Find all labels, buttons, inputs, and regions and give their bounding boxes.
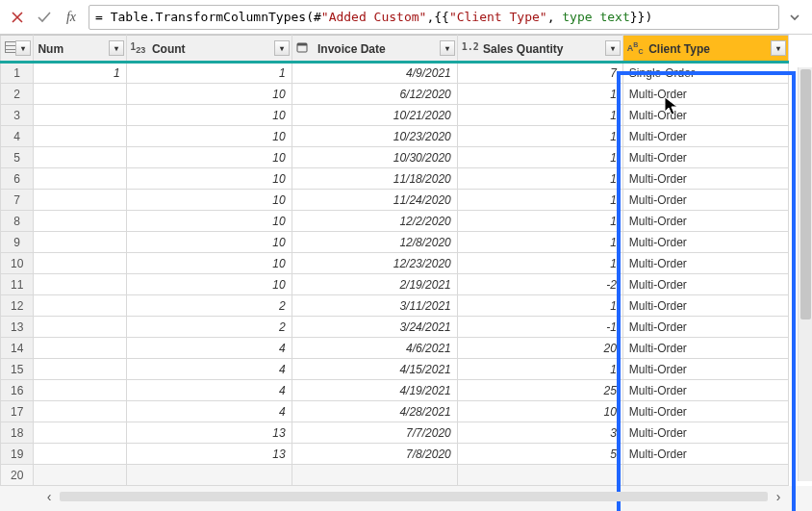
cell-client-type[interactable]: Multi-Order xyxy=(622,232,788,253)
cell-sales-quantity[interactable]: 1 xyxy=(457,190,622,211)
table-row[interactable]: 91012/8/20201Multi-Order xyxy=(1,232,789,253)
table-row[interactable]: 1644/19/202125Multi-Order xyxy=(1,380,789,401)
column-header-client-type[interactable]: ABC Client Type ▾ xyxy=(622,36,788,63)
row-number[interactable]: 4 xyxy=(1,126,34,147)
filter-button-invoice[interactable]: ▾ xyxy=(440,40,455,56)
cell-invoice-date[interactable]: 12/23/2020 xyxy=(292,253,457,274)
cell-num[interactable] xyxy=(34,317,126,338)
cell-num[interactable]: 1 xyxy=(34,63,126,84)
cell-num[interactable] xyxy=(34,126,126,147)
cell-count[interactable]: 4 xyxy=(126,380,292,401)
cell-invoice-date[interactable]: 10/21/2020 xyxy=(292,105,457,126)
cell-num[interactable] xyxy=(34,465,126,486)
filter-button-quantity[interactable]: ▾ xyxy=(605,40,621,56)
cell-num[interactable] xyxy=(34,105,126,126)
table-row[interactable]: 41010/23/20201Multi-Order xyxy=(1,126,789,147)
cell-count[interactable]: 13 xyxy=(126,422,292,444)
row-number[interactable]: 19 xyxy=(1,444,34,465)
cell-client-type[interactable]: Multi-Order xyxy=(622,253,788,274)
cell-sales-quantity[interactable]: 20 xyxy=(457,338,622,359)
cell-sales-quantity[interactable]: -1 xyxy=(457,317,622,338)
cell-sales-quantity[interactable]: 1 xyxy=(457,359,622,380)
row-number[interactable]: 11 xyxy=(1,274,34,295)
cell-count[interactable]: 4 xyxy=(126,401,292,422)
cell-count[interactable]: 10 xyxy=(126,253,292,274)
cell-sales-quantity[interactable]: 1 xyxy=(457,295,622,317)
cell-client-type[interactable]: Multi-Order xyxy=(622,211,788,232)
cell-count[interactable]: 10 xyxy=(126,105,292,126)
table-row[interactable]: 1444/6/202120Multi-Order xyxy=(1,338,789,359)
table-row[interactable]: 31010/21/20201Multi-Order xyxy=(1,105,789,126)
cell-client-type[interactable]: Multi-Order xyxy=(622,422,788,444)
cell-num[interactable] xyxy=(34,444,126,465)
row-number[interactable]: 14 xyxy=(1,338,34,359)
cell-num[interactable] xyxy=(34,232,126,253)
row-number[interactable]: 15 xyxy=(1,359,34,380)
cell-invoice-date[interactable]: 11/18/2020 xyxy=(292,168,457,190)
cell-num[interactable] xyxy=(34,380,126,401)
cell-invoice-date[interactable]: 12/2/2020 xyxy=(292,211,457,232)
table-row[interactable]: 11102/19/2021-2Multi-Order xyxy=(1,274,789,295)
table-row[interactable]: 1544/15/20211Multi-Order xyxy=(1,359,789,380)
cell-invoice-date[interactable]: 11/24/2020 xyxy=(292,190,457,211)
cell-num[interactable] xyxy=(34,211,126,232)
table-row[interactable]: 19137/8/20205Multi-Order xyxy=(1,444,789,465)
cell-num[interactable] xyxy=(34,84,126,105)
scrollbar-thumb[interactable] xyxy=(800,69,811,319)
cell-invoice-date[interactable]: 3/24/2021 xyxy=(292,317,457,338)
cell-client-type[interactable]: Multi-Order xyxy=(622,444,788,465)
cell-count[interactable]: 13 xyxy=(126,444,292,465)
cell-num[interactable] xyxy=(34,147,126,168)
cancel-formula-button[interactable] xyxy=(6,6,29,29)
cell-count[interactable]: 10 xyxy=(126,168,292,190)
cell-client-type[interactable] xyxy=(622,465,788,486)
column-header-sales-quantity[interactable]: 1.2 Sales Quantity ▾ xyxy=(457,36,622,63)
cell-invoice-date[interactable]: 4/28/2021 xyxy=(292,401,457,422)
cell-invoice-date[interactable]: 4/6/2021 xyxy=(292,338,457,359)
cell-num[interactable] xyxy=(34,295,126,317)
table-row[interactable]: 1223/11/20211Multi-Order xyxy=(1,295,789,317)
cell-invoice-date[interactable]: 7/8/2020 xyxy=(292,444,457,465)
cell-sales-quantity[interactable]: 5 xyxy=(457,444,622,465)
row-number[interactable]: 2 xyxy=(1,84,34,105)
table-row[interactable]: 81012/2/20201Multi-Order xyxy=(1,211,789,232)
cell-invoice-date[interactable]: 2/19/2021 xyxy=(292,274,457,295)
commit-formula-button[interactable] xyxy=(33,6,56,29)
column-header-num[interactable]: Num ▾ xyxy=(34,36,126,63)
cell-client-type[interactable]: Multi-Order xyxy=(622,359,788,380)
cell-client-type[interactable]: Multi-Order xyxy=(622,168,788,190)
row-number[interactable]: 1 xyxy=(1,63,34,84)
cell-sales-quantity[interactable]: 1 xyxy=(457,253,622,274)
cell-client-type[interactable]: Multi-Order xyxy=(622,317,788,338)
cell-num[interactable] xyxy=(34,168,126,190)
cell-sales-quantity[interactable]: 1 xyxy=(457,126,622,147)
table-row[interactable]: 51010/30/20201Multi-Order xyxy=(1,147,789,168)
row-number[interactable]: 13 xyxy=(1,317,34,338)
cell-count[interactable]: 10 xyxy=(126,190,292,211)
cell-client-type[interactable]: Single-Order xyxy=(622,63,788,84)
row-number[interactable]: 5 xyxy=(1,147,34,168)
cell-client-type[interactable]: Multi-Order xyxy=(622,401,788,422)
cell-count[interactable]: 10 xyxy=(126,126,292,147)
cell-invoice-date[interactable]: 4/19/2021 xyxy=(292,380,457,401)
table-row[interactable]: 18137/7/20203Multi-Order xyxy=(1,422,789,444)
row-number[interactable]: 3 xyxy=(1,105,34,126)
cell-invoice-date[interactable]: 10/23/2020 xyxy=(292,126,457,147)
cell-sales-quantity[interactable]: 1 xyxy=(457,168,622,190)
cell-count[interactable]: 10 xyxy=(126,232,292,253)
table-row[interactable]: 101012/23/20201Multi-Order xyxy=(1,253,789,274)
cell-client-type[interactable]: Multi-Order xyxy=(622,126,788,147)
cell-count[interactable]: 1 xyxy=(126,63,292,84)
cell-num[interactable] xyxy=(34,422,126,444)
cell-client-type[interactable]: Multi-Order xyxy=(622,190,788,211)
filter-button-num[interactable]: ▾ xyxy=(109,40,124,56)
filter-button-count[interactable]: ▾ xyxy=(274,40,290,56)
cell-invoice-date[interactable]: 7/7/2020 xyxy=(292,422,457,444)
table-row[interactable]: 1114/9/20217Single-Order xyxy=(1,63,789,84)
vertical-scrollbar[interactable] xyxy=(798,67,812,481)
table-menu-button[interactable]: ▾ xyxy=(15,40,31,56)
column-header-count[interactable]: 123 Count ▾ xyxy=(126,36,292,63)
cell-sales-quantity[interactable] xyxy=(457,465,622,486)
cell-sales-quantity[interactable]: 25 xyxy=(457,380,622,401)
expand-formula-button[interactable] xyxy=(783,6,806,29)
